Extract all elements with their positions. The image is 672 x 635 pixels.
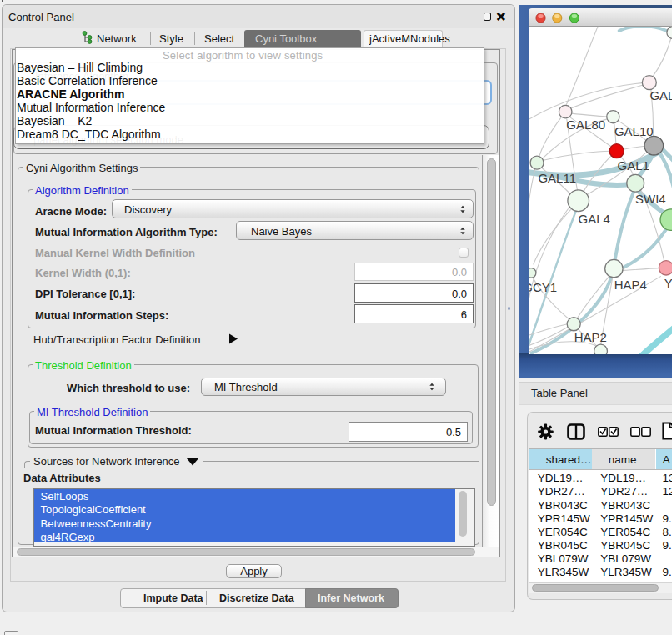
- svg-text:GCY1: GCY1: [529, 280, 557, 294]
- svg-text:GAL11: GAL11: [538, 171, 576, 185]
- svg-text:GAL1: GAL1: [617, 158, 649, 172]
- svg-text:GAL4: GAL4: [578, 212, 609, 226]
- svg-text:HAP2: HAP2: [574, 330, 606, 344]
- svg-text:GAL10: GAL10: [614, 124, 653, 138]
- svg-text:SWI4: SWI4: [634, 192, 665, 206]
- svg-text:HAP4: HAP4: [614, 278, 646, 292]
- svg-text:GAL7: GAL7: [649, 88, 672, 102]
- svg-text:GAL80: GAL80: [566, 118, 605, 132]
- svg-text:YKL: YKL: [664, 276, 672, 290]
